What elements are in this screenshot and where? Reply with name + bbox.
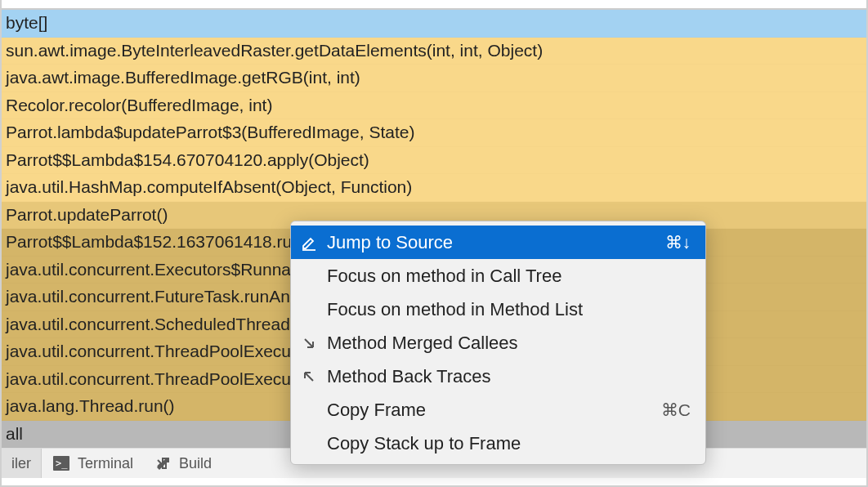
menu-shortcut: ⌘↓ xyxy=(665,233,691,252)
menu-label: Copy Frame xyxy=(327,400,653,421)
menu-label: Method Merged Callees xyxy=(327,333,691,354)
stack-row-label: Parrot$$Lambda$154.670704120.apply(Objec… xyxy=(6,150,369,170)
terminal-tab[interactable]: >_ Terminal xyxy=(42,449,143,478)
stack-row-label: java.lang.Thread.run() xyxy=(6,396,175,416)
stack-row-label: Parrot.updateParrot() xyxy=(6,205,168,225)
menu-label: Jump to Source xyxy=(327,232,657,253)
build-icon xyxy=(153,455,172,471)
menu-focus-method-list[interactable]: Focus on method in Method List xyxy=(291,293,705,326)
menu-label: Copy Stack up to Frame xyxy=(327,433,691,454)
stack-row[interactable]: Recolor.recolor(BufferedImage, int) xyxy=(2,92,866,120)
build-label: Build xyxy=(179,455,212,472)
stack-row[interactable]: java.util.HashMap.computeIfAbsent(Object… xyxy=(2,174,866,202)
menu-copy-stack[interactable]: Copy Stack up to Frame xyxy=(291,427,705,460)
menu-label: Method Back Traces xyxy=(327,366,691,387)
stack-row-label: byte[] xyxy=(6,13,47,33)
profiler-tab[interactable]: iler xyxy=(2,449,42,478)
stack-row-label: java.util.HashMap.computeIfAbsent(Object… xyxy=(6,177,412,197)
menu-shortcut: ⌘C xyxy=(661,400,691,420)
stack-row[interactable]: Parrot.lambda$updateParrot$3(BufferedIma… xyxy=(2,119,866,147)
stack-row-label: Parrot.lambda$updateParrot$3(BufferedIma… xyxy=(6,123,414,142)
arrow-up-left-icon xyxy=(299,370,319,383)
svg-text:>_: >_ xyxy=(56,458,68,469)
menu-label: Focus on method in Call Tree xyxy=(327,266,691,287)
stack-row[interactable]: sun.awt.image.ByteInterleavedRaster.getD… xyxy=(2,38,866,65)
stack-row[interactable]: Parrot$$Lambda$154.670704120.apply(Objec… xyxy=(2,147,866,175)
stack-row-label: java.awt.image.BufferedImage.getRGB(int,… xyxy=(6,68,360,87)
context-menu: Jump to Source ⌘↓ Focus on method in Cal… xyxy=(290,221,706,465)
profiler-label: iler xyxy=(11,455,31,472)
menu-copy-frame[interactable]: Copy Frame ⌘C xyxy=(291,393,705,427)
stack-row[interactable]: java.awt.image.BufferedImage.getRGB(int,… xyxy=(2,65,866,92)
menu-focus-call-tree[interactable]: Focus on method in Call Tree xyxy=(291,259,705,293)
arrow-down-right-icon xyxy=(299,337,319,350)
stack-row-label: all xyxy=(6,424,23,444)
menu-back-traces[interactable]: Method Back Traces xyxy=(291,360,705,393)
edit-icon xyxy=(299,235,319,251)
terminal-icon: >_ xyxy=(51,456,71,471)
terminal-label: Terminal xyxy=(78,455,133,472)
stack-row-label: sun.awt.image.ByteInterleavedRaster.getD… xyxy=(6,41,543,60)
menu-jump-to-source[interactable]: Jump to Source ⌘↓ xyxy=(291,226,705,259)
stack-row-label: Recolor.recolor(BufferedImage, int) xyxy=(6,96,272,115)
build-tab[interactable]: Build xyxy=(143,449,221,478)
menu-merged-callees[interactable]: Method Merged Callees xyxy=(291,326,705,360)
top-bar xyxy=(2,0,866,10)
stack-row-label: Parrot$$Lambda$152.1637061418.run() xyxy=(6,232,313,252)
menu-label: Focus on method in Method List xyxy=(327,299,691,320)
stack-row[interactable]: byte[] xyxy=(2,10,866,38)
